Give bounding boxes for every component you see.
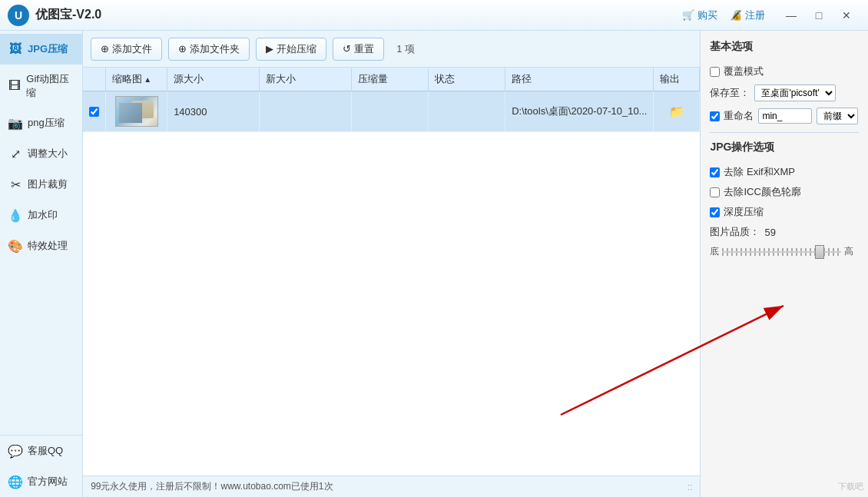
file-table: 缩略图 ▲ 源大小 新大小 压缩量 状态 路径 输出 140300	[83, 68, 700, 475]
th-compress[interactable]: 压缩量	[352, 68, 429, 91]
quality-row: 图片品质： 59	[710, 225, 859, 239]
register-icon: 🔏	[730, 9, 742, 21]
sidebar-item-png[interactable]: 📷 png压缩	[0, 108, 82, 138]
app-logo: U	[8, 5, 29, 26]
td-output[interactable]: 📁	[654, 91, 700, 131]
th-status[interactable]: 状态	[429, 68, 505, 91]
basic-options-title: 基本选项	[710, 40, 859, 57]
reset-label: 重置	[354, 42, 374, 56]
remove-icc-label[interactable]: 去除ICC颜色轮廓	[710, 185, 800, 199]
save-to-label: 保存至：	[710, 86, 750, 100]
add-folder-button[interactable]: ⊕ 添加文件夹	[168, 38, 250, 61]
rename-row: 重命名 前缀	[710, 108, 859, 124]
sidebar-item-crop[interactable]: ✂ 图片裁剪	[0, 169, 82, 200]
slider-track	[722, 248, 841, 256]
buy-button[interactable]: 🛒 购买	[682, 8, 717, 22]
sidebar-item-qq-label: 客服QQ	[28, 444, 63, 458]
remove-icc-row: 去除ICC颜色轮廓	[710, 185, 859, 199]
save-to-select[interactable]: 至桌面'picsoft'	[754, 84, 836, 101]
rename-checkbox-label[interactable]: 重命名	[710, 109, 754, 123]
td-newsize	[260, 91, 352, 131]
deep-compress-checkbox[interactable]	[710, 207, 720, 217]
sidebar-item-gif[interactable]: 🎞 Gif动图压缩	[0, 65, 82, 108]
sidebar-item-website[interactable]: 🌐 官方网站	[0, 466, 82, 497]
reset-button[interactable]: ↺ 重置	[333, 38, 384, 61]
content-area: ⊕ 添加文件 ⊕ 添加文件夹 ▶ 开始压缩 ↺ 重置 1 项 缩略图	[83, 31, 700, 497]
main-layout: 🖼 JPG压缩 🎞 Gif动图压缩 📷 png压缩 ⤢ 调整大小 ✂ 图片裁剪 …	[0, 31, 868, 497]
remove-icc-text: 去除ICC颜色轮廓	[724, 185, 800, 199]
cover-mode-row: 覆盖模式	[710, 65, 859, 78]
file-count: 1 项	[396, 42, 415, 56]
add-folder-label: 添加文件夹	[190, 42, 240, 56]
register-label: 注册	[745, 8, 765, 22]
remove-exif-row: 去除 Exif和XMP	[710, 165, 859, 179]
thumbnail	[115, 96, 158, 127]
remove-exif-checkbox[interactable]	[710, 167, 720, 177]
add-file-label: 添加文件	[112, 42, 152, 56]
cart-icon: 🛒	[682, 9, 694, 21]
start-compress-button[interactable]: ▶ 开始压缩	[256, 38, 326, 61]
th-path[interactable]: 路径	[505, 68, 654, 91]
th-size[interactable]: 源大小	[167, 68, 260, 91]
sidebar-item-effects-label: 特效处理	[28, 239, 68, 253]
quality-slider-thumb[interactable]	[815, 245, 824, 259]
deep-compress-row: 深度压缩	[710, 205, 859, 219]
sidebar-item-qq[interactable]: 💬 客服QQ	[0, 436, 82, 466]
rename-text: 重命名	[724, 109, 754, 123]
cover-mode-checkbox[interactable]	[710, 67, 720, 77]
rename-checkbox[interactable]	[710, 111, 720, 121]
table-header: 缩略图 ▲ 源大小 新大小 压缩量 状态 路径 输出	[83, 68, 700, 91]
titlebar: U 优图宝-V2.0 🛒 购买 🔏 注册 — □ ✕	[0, 0, 868, 31]
rename-input[interactable]	[758, 108, 812, 124]
th-thumb: 缩略图 ▲	[106, 68, 167, 91]
th-output[interactable]: 输出	[654, 68, 700, 91]
start-compress-label: 开始压缩	[277, 42, 316, 56]
jpg-icon: 🖼	[8, 41, 23, 57]
low-label: 底	[710, 245, 719, 258]
quality-value: 59	[764, 227, 775, 238]
remove-exif-label[interactable]: 去除 Exif和XMP	[710, 165, 794, 179]
table-row[interactable]: 140300 D:\tools\桌面\2020-07-10_10... 📁	[83, 91, 700, 132]
rename-type-select[interactable]: 前缀	[817, 108, 858, 124]
start-compress-icon: ▶	[266, 43, 273, 55]
statusbar: 99元永久使用，注册后不限制！www.utobao.com已使用1次 ::	[83, 475, 700, 497]
maximize-button[interactable]: □	[805, 4, 833, 27]
folder-icon[interactable]: 📁	[669, 104, 684, 119]
th-check	[83, 68, 106, 91]
minimize-button[interactable]: —	[777, 4, 805, 27]
sidebar-item-crop-label: 图片裁剪	[28, 177, 68, 191]
sidebar-item-watermark[interactable]: 💧 加水印	[0, 200, 82, 230]
qq-icon: 💬	[8, 443, 23, 459]
sidebar-bottom: 💬 客服QQ 🌐 官方网站	[0, 435, 82, 497]
sidebar-item-resize[interactable]: ⤢ 调整大小	[0, 138, 82, 169]
high-label: 高	[844, 245, 853, 258]
sidebar-item-resize-label: 调整大小	[28, 147, 68, 161]
add-file-icon: ⊕	[101, 43, 109, 55]
td-check[interactable]	[83, 91, 106, 131]
jpg-options-title: JPG操作选项	[710, 141, 859, 157]
resize-icon: ⤢	[8, 146, 23, 161]
remove-icc-checkbox[interactable]	[710, 187, 720, 197]
sidebar-item-jpg-label: JPG压缩	[28, 42, 68, 56]
logo-text: U	[15, 9, 22, 22]
register-button[interactable]: 🔏 注册	[730, 8, 765, 22]
td-thumb	[106, 91, 167, 131]
sidebar-item-gif-label: Gif动图压缩	[26, 72, 75, 100]
right-panel: 基本选项 覆盖模式 保存至： 至桌面'picsoft' 重命名 前缀	[700, 31, 868, 497]
sidebar-item-effects[interactable]: 🎨 特效处理	[0, 230, 82, 261]
gif-icon: 🎞	[8, 78, 22, 94]
sort-icon: ▲	[144, 75, 151, 84]
add-file-button[interactable]: ⊕ 添加文件	[91, 38, 162, 61]
remove-exif-text: 去除 Exif和XMP	[724, 165, 794, 179]
deep-compress-label[interactable]: 深度压缩	[710, 205, 764, 219]
sidebar-item-website-label: 官方网站	[28, 475, 68, 489]
website-icon: 🌐	[8, 474, 23, 489]
quality-label: 图片品质：	[710, 225, 760, 239]
cover-mode-label[interactable]: 覆盖模式	[710, 65, 764, 78]
buy-label: 购买	[697, 8, 717, 22]
row-checkbox[interactable]	[89, 107, 99, 117]
sidebar-item-jpg[interactable]: 🖼 JPG压缩	[0, 34, 82, 65]
slider-row: 底 高	[710, 245, 859, 258]
close-button[interactable]: ✕	[833, 4, 860, 27]
th-newsize[interactable]: 新大小	[260, 68, 352, 91]
